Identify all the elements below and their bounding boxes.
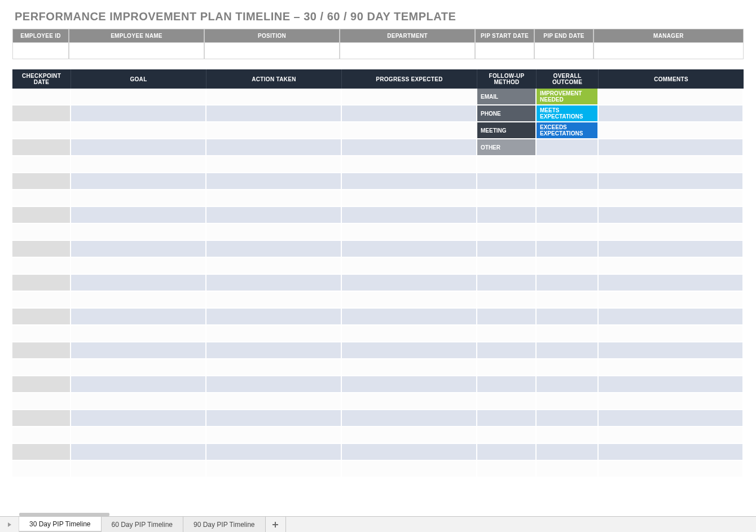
cell-pip-end[interactable] [534,42,594,59]
grid-cell[interactable] [477,190,537,207]
grid-cell[interactable] [537,173,599,190]
grid-cell[interactable] [477,359,537,376]
grid-cell[interactable] [537,342,599,359]
grid-cell[interactable] [342,359,477,376]
grid-cell[interactable] [71,376,206,393]
grid-cell[interactable] [12,258,71,275]
grid-cell[interactable] [477,241,537,258]
grid-cell[interactable] [206,376,342,393]
grid-cell[interactable] [12,224,71,241]
grid-cell[interactable] [206,359,342,376]
grid-cell[interactable] [537,156,599,173]
grid-cell[interactable] [537,410,599,427]
grid-cell[interactable] [599,241,744,258]
grid-cell[interactable] [537,444,599,461]
grid-cell[interactable] [537,427,599,444]
grid-cell[interactable]: MEETING [477,122,537,139]
grid-cell[interactable] [12,156,71,173]
grid-cell[interactable] [599,275,744,292]
grid-cell[interactable]: EMAIL [477,89,537,105]
grid-cell[interactable] [12,444,71,461]
grid-cell[interactable] [342,224,477,241]
grid-cell[interactable] [599,326,744,342]
grid-cell[interactable]: PHONE [477,105,537,122]
grid-cell[interactable] [477,156,537,173]
grid-cell[interactable] [71,359,206,376]
grid-cell[interactable] [12,173,71,190]
grid-cell[interactable] [206,393,342,410]
grid-cell[interactable] [537,139,599,156]
grid-cell[interactable] [342,376,477,393]
grid-cell[interactable] [599,190,744,207]
grid-cell[interactable] [12,461,71,478]
grid-cell[interactable] [537,359,599,376]
grid-cell[interactable] [206,292,342,309]
grid-cell[interactable] [342,461,477,478]
grid-cell[interactable] [206,122,342,139]
grid-cell[interactable] [599,376,744,393]
grid-cell[interactable] [477,342,537,359]
tab-90-day[interactable]: 90 Day PIP Timeline [183,517,266,532]
grid-cell[interactable] [477,410,537,427]
grid-cell[interactable] [599,410,744,427]
grid-cell[interactable] [342,326,477,342]
grid-cell[interactable] [206,410,342,427]
grid-cell[interactable] [71,173,206,190]
grid-cell[interactable] [342,173,477,190]
grid-cell[interactable] [12,376,71,393]
grid-cell[interactable] [71,105,206,122]
grid-cell[interactable] [599,156,744,173]
grid-cell[interactable] [206,224,342,241]
grid-cell[interactable] [71,241,206,258]
grid-cell[interactable] [537,258,599,275]
grid-cell[interactable] [12,342,71,359]
grid-cell[interactable] [342,190,477,207]
grid-cell[interactable] [342,393,477,410]
grid-cell[interactable] [599,89,744,105]
grid-cell[interactable] [206,156,342,173]
grid-cell[interactable] [12,122,71,139]
tab-nav-prev[interactable] [0,517,19,532]
grid-cell[interactable] [71,122,206,139]
grid-cell[interactable] [342,292,477,309]
add-sheet-button[interactable] [266,517,286,532]
grid-cell[interactable] [537,326,599,342]
grid-cell[interactable] [206,258,342,275]
grid-cell[interactable] [71,224,206,241]
grid-cell[interactable] [206,105,342,122]
grid-cell[interactable] [12,292,71,309]
grid-cell[interactable] [71,427,206,444]
grid-cell[interactable] [206,190,342,207]
grid-cell[interactable] [71,393,206,410]
grid-cell[interactable] [71,258,206,275]
grid-cell[interactable] [12,89,71,105]
grid-cell[interactable] [599,105,744,122]
grid-cell[interactable] [12,393,71,410]
grid-cell[interactable] [477,258,537,275]
grid-cell[interactable] [599,427,744,444]
cell-manager[interactable] [594,42,744,59]
grid-cell[interactable] [342,342,477,359]
grid-cell[interactable] [206,461,342,478]
cell-employee-name[interactable] [69,42,204,59]
grid-cell[interactable] [342,207,477,224]
grid-cell[interactable] [71,207,206,224]
grid-cell[interactable] [71,275,206,292]
grid-cell[interactable] [599,258,744,275]
grid-cell[interactable] [537,292,599,309]
grid-cell[interactable] [71,89,206,105]
grid-cell[interactable] [342,156,477,173]
grid-cell[interactable] [206,173,342,190]
grid-cell[interactable] [12,359,71,376]
grid-cell[interactable] [342,258,477,275]
grid-cell[interactable] [537,393,599,410]
grid-cell[interactable] [12,326,71,342]
grid-cell[interactable] [477,292,537,309]
grid-cell[interactable] [599,444,744,461]
grid-cell[interactable] [342,275,477,292]
grid-cell[interactable] [206,427,342,444]
grid-cell[interactable] [12,410,71,427]
grid-cell[interactable] [71,309,206,326]
grid-cell[interactable] [12,427,71,444]
grid-cell[interactable] [206,139,342,156]
